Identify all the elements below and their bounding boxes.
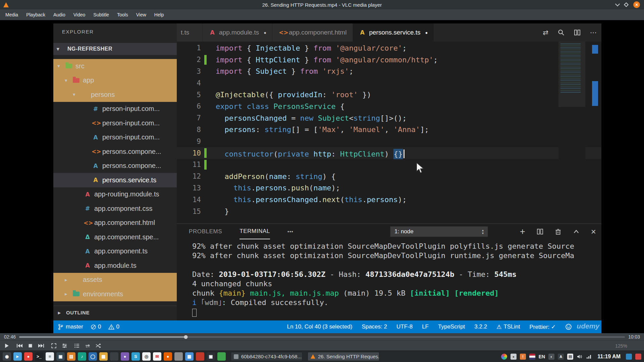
menu-playback[interactable]: Playback (22, 9, 49, 20)
tab-problems[interactable]: PROBLEMS (189, 224, 222, 239)
tree-item-app-component-ts[interactable]: Aapp.component.ts (53, 244, 177, 259)
terminal-select[interactable]: 1: node ▴▾ (390, 226, 488, 237)
tree-item-persons-compone[interactable]: Apersons.compone... (53, 159, 177, 173)
outline-section-header[interactable]: ▸ OUTLINE (53, 306, 177, 319)
taskbar-files-icon[interactable]: ▤ (67, 352, 75, 361)
minimize-button[interactable] (615, 2, 620, 6)
code-line-3[interactable]: 3import { Subject } from 'rxjs'; (177, 66, 601, 77)
taskbar-camera-icon[interactable]: ◎ (142, 352, 151, 361)
tray-keyboard-layout-icon[interactable]: A (558, 354, 564, 360)
tray-logout-icon[interactable] (635, 354, 641, 360)
tree-item-app[interactable]: ▾app (53, 73, 177, 88)
taskbar-grid-app-icon[interactable]: ▦ (185, 352, 194, 361)
code-line-15[interactable]: 15 } (177, 205, 601, 217)
kill-terminal-icon[interactable] (555, 228, 561, 235)
editor-tab-t-ts[interactable]: t.ts (177, 23, 203, 42)
code-line-4[interactable]: 4 (177, 77, 601, 89)
taskbar-mail-icon[interactable]: ✉ (153, 352, 161, 361)
playlist-button[interactable] (74, 343, 80, 349)
taskbar-window-file[interactable]: 60b84280-c743-4fc9-b58... (231, 352, 303, 361)
tray-network-icon[interactable] (586, 354, 592, 360)
extended-settings-button[interactable] (62, 343, 67, 349)
maximize-button[interactable] (624, 2, 629, 7)
error-count[interactable]: 0 (91, 323, 101, 330)
taskbar-utility-icon[interactable] (110, 352, 118, 361)
taskbar-office-icon[interactable]: ▦ (99, 352, 108, 361)
menu-subtitle[interactable]: Subtitle (89, 9, 113, 20)
menu-view[interactable]: View (132, 9, 150, 20)
tree-item-app-component-css[interactable]: #app.component.css (53, 201, 177, 216)
editor-tab-app-module-ts[interactable]: Aapp.module.ts● (203, 23, 273, 42)
editor-tab-persons-service-ts[interactable]: Apersons.service.ts● (353, 23, 434, 42)
taskbar-app-menu-icon[interactable]: ◉ (3, 352, 11, 361)
clock[interactable]: 11:19 AM (597, 354, 621, 360)
close-panel-icon[interactable]: × (591, 227, 596, 237)
taskbar-globe-icon[interactable]: ◯ (89, 352, 97, 361)
tree-item-environments[interactable]: ▸environments (53, 287, 177, 301)
more-actions-icon[interactable]: ⋯ (590, 28, 597, 37)
tray-globe-status-icon[interactable]: ◐ (548, 354, 554, 360)
tray-clipboard-icon[interactable]: ▤ (567, 354, 573, 360)
tree-item-persons-compone[interactable]: <>persons.compone... (53, 144, 177, 159)
tslint-status[interactable]: ⚠ TSLint (496, 323, 520, 330)
tab-terminal[interactable]: TERMINAL (239, 224, 270, 239)
cursor-position[interactable]: Ln 10, Col 40 (3 selected) (287, 323, 353, 330)
tray-update-shield-icon[interactable]: ! (520, 354, 526, 360)
minimap[interactable] (558, 42, 585, 224)
dirty-indicator-icon[interactable]: ● (425, 30, 428, 35)
taskbar-screenshot-icon[interactable]: ▣ (207, 352, 215, 361)
play-button[interactable] (4, 343, 10, 349)
taskbar-firefox-icon[interactable]: ● (164, 352, 172, 361)
menu-help[interactable]: Help (150, 9, 168, 20)
new-terminal-icon[interactable]: + (520, 228, 525, 235)
menu-video[interactable]: Video (69, 9, 90, 20)
code-line-1[interactable]: 1import { Injectable } from '@angular/co… (177, 42, 601, 54)
code-line-5[interactable]: 5@Injectable({ providedIn: 'root' }) (177, 89, 601, 101)
taskbar-text-editor-icon[interactable]: ≡ (46, 352, 54, 361)
terminal-output[interactable]: 92% after chunk asset optimization Sourc… (177, 239, 601, 317)
indentation[interactable]: Spaces: 2 (362, 323, 387, 330)
taskbar-window-vlc[interactable]: 26. Sending HTTP Reques... (308, 352, 379, 361)
typescript-version[interactable]: 3.2.2 (474, 323, 487, 330)
project-section-header[interactable]: ▾ NG-REFRESHER (53, 43, 177, 55)
seek-slider[interactable] (19, 336, 625, 338)
tree-item-src[interactable]: ▾src (53, 59, 177, 73)
split-editor-icon[interactable] (574, 29, 581, 36)
dirty-indicator-icon[interactable]: ● (264, 30, 266, 35)
code-line-6[interactable]: 6export class PersonsService { (177, 101, 601, 112)
menu-media[interactable]: Media (1, 9, 22, 20)
compare-changes-icon[interactable]: ⇄ (543, 28, 548, 37)
tray-volume-icon[interactable] (577, 354, 583, 360)
shuffle-button[interactable] (96, 343, 101, 349)
split-terminal-icon[interactable] (537, 228, 543, 235)
tree-item-persons[interactable]: ▾persons (53, 87, 177, 102)
taskbar-gimp-icon[interactable] (174, 352, 183, 361)
prettier-status[interactable]: Prettier: ✓ (530, 323, 556, 330)
tree-item-person-input-com[interactable]: #person-input.com... (53, 102, 177, 116)
search-editor-icon[interactable] (558, 29, 565, 36)
editor-tab-app-component-html[interactable]: <>app.component.html (273, 23, 353, 42)
next-button[interactable] (38, 343, 44, 348)
tree-item-persons-service-ts[interactable]: Apersons.service.ts (53, 173, 177, 187)
code-editor[interactable]: 1import { Injectable } from '@angular/co… (177, 42, 601, 224)
taskbar-music-icon[interactable]: ♪ (78, 352, 86, 361)
code-line-7[interactable]: 7 personsChanged = new Subject<string[]>… (177, 112, 601, 124)
feedback-smiley-icon[interactable] (565, 323, 572, 330)
seek-handle[interactable] (184, 335, 187, 339)
code-line-11[interactable]: 11 (177, 159, 601, 171)
taskbar-media-player-icon[interactable]: ► (13, 352, 22, 361)
taskbar-chat-icon[interactable]: ● (121, 352, 129, 361)
previous-button[interactable] (16, 343, 23, 348)
language-indicator[interactable]: EN (539, 354, 545, 359)
encoding[interactable]: UTF-8 (396, 323, 413, 330)
code-line-13[interactable]: 13 this.persons.push(name); (177, 182, 601, 194)
warning-count[interactable]: 0 (108, 323, 119, 330)
taskbar-skype-icon[interactable]: S (131, 352, 140, 361)
code-line-14[interactable]: 14 this.personsChanged.next(this.persons… (177, 194, 601, 205)
code-line-12[interactable]: 12 addPerson(name: string) { (177, 171, 601, 182)
tray-display-settings-icon[interactable] (626, 354, 632, 360)
taskbar-terminal-icon[interactable]: >_ (35, 352, 43, 361)
code-line-9[interactable]: 9 (177, 135, 601, 147)
eol-sequence[interactable]: LF (422, 323, 429, 330)
loop-button[interactable] (85, 343, 91, 349)
